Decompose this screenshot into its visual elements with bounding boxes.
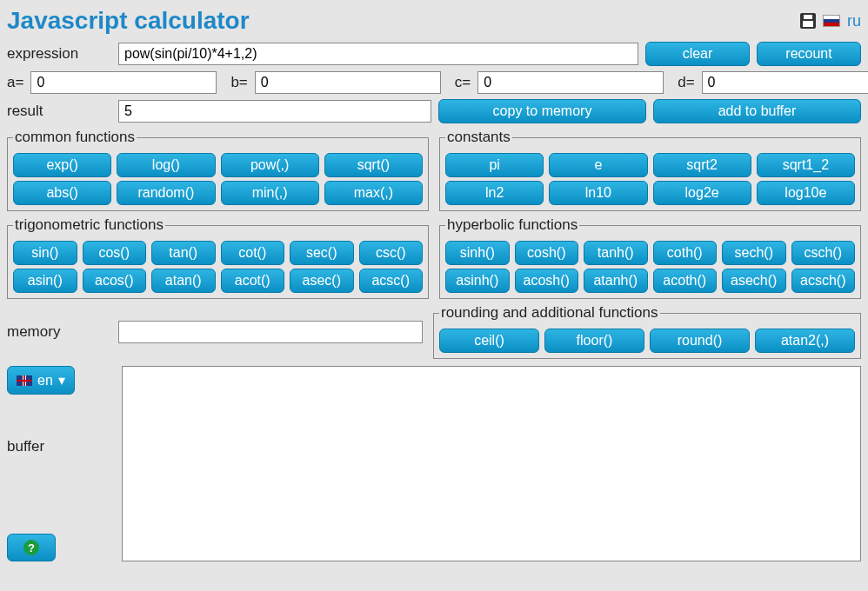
var-a-input[interactable] <box>30 71 217 94</box>
page-title: Javascript calculator <box>7 7 250 35</box>
fn-abs[interactable]: abs() <box>13 181 111 205</box>
fn-max[interactable]: max(,) <box>324 181 423 205</box>
fn-tan[interactable]: tan() <box>151 241 216 265</box>
const-ln10[interactable]: ln10 <box>549 181 647 205</box>
fn-asin[interactable]: asin() <box>13 269 77 293</box>
fn-sin[interactable]: sin() <box>13 241 77 265</box>
memory-label: memory <box>7 323 111 341</box>
buffer-label: buffer <box>7 438 115 455</box>
fn-atan2[interactable]: atan2(,) <box>755 329 855 353</box>
help-icon: ? <box>23 540 39 555</box>
fn-exp[interactable]: exp() <box>13 153 111 177</box>
constants-legend: constants <box>445 129 512 146</box>
fn-sqrt[interactable]: sqrt() <box>324 153 423 177</box>
trig-legend: trigonometric functions <box>13 216 165 234</box>
result-output[interactable] <box>118 100 431 123</box>
lang-selected: en <box>37 373 53 388</box>
var-b-input[interactable] <box>255 71 441 94</box>
fn-cos[interactable]: cos() <box>83 241 147 265</box>
save-icon[interactable] <box>800 13 816 29</box>
fn-log[interactable]: log() <box>117 153 215 177</box>
expression-label: expression <box>7 45 111 63</box>
fn-acsc[interactable]: acsc() <box>359 269 424 293</box>
result-label: result <box>7 103 111 120</box>
var-b-label: b= <box>230 74 247 91</box>
fn-round[interactable]: round() <box>650 329 750 353</box>
fn-min[interactable]: min(,) <box>221 181 319 205</box>
copy-to-memory-button[interactable]: copy to memory <box>438 99 646 123</box>
recount-button[interactable]: recount <box>757 42 861 66</box>
var-c-label: c= <box>455 74 471 91</box>
fn-acot[interactable]: acot() <box>221 269 285 293</box>
flag-en-icon <box>17 375 32 386</box>
fn-acosh[interactable]: acosh() <box>515 269 579 293</box>
const-log10e[interactable]: log10e <box>757 181 855 205</box>
fn-atan[interactable]: atan() <box>151 269 216 293</box>
fn-sinh[interactable]: sinh() <box>445 241 510 265</box>
expression-input[interactable] <box>118 43 638 65</box>
fn-tanh[interactable]: tanh() <box>584 241 648 265</box>
fn-cot[interactable]: cot() <box>221 241 285 265</box>
hyper-legend: hyperbolic functions <box>445 216 579 234</box>
help-button[interactable]: ? <box>7 534 56 561</box>
hyper-functions-group: hyperbolic functions sinh() cosh() tanh(… <box>439 216 861 299</box>
fn-csch[interactable]: csch() <box>791 241 856 265</box>
const-e[interactable]: e <box>549 153 647 177</box>
var-a-label: a= <box>7 74 23 91</box>
common-functions-group: common functions exp() log() pow(,) sqrt… <box>7 129 429 211</box>
fn-asec[interactable]: asec() <box>290 269 354 293</box>
fn-floor[interactable]: floor() <box>544 329 644 353</box>
memory-input[interactable] <box>118 321 423 343</box>
fn-sec[interactable]: sec() <box>290 241 354 265</box>
fn-acos[interactable]: acos() <box>83 269 147 293</box>
fn-asinh[interactable]: asinh() <box>445 269 510 293</box>
lang-ru-link[interactable]: ru <box>847 12 861 30</box>
const-ln2[interactable]: ln2 <box>445 181 544 205</box>
fn-sech[interactable]: sech() <box>722 241 786 265</box>
fn-ceil[interactable]: ceil() <box>439 329 539 353</box>
fn-asech[interactable]: asech() <box>722 269 786 293</box>
const-sqrt2[interactable]: sqrt2 <box>653 153 751 177</box>
fn-acsch[interactable]: acsch() <box>791 269 856 293</box>
const-pi[interactable]: pi <box>445 153 544 177</box>
fn-random[interactable]: random() <box>117 181 215 205</box>
fn-pow[interactable]: pow(,) <box>221 153 319 177</box>
fn-coth[interactable]: coth() <box>653 241 718 265</box>
flag-ru-icon[interactable] <box>823 15 840 27</box>
add-to-buffer-button[interactable]: add to buffer <box>653 99 861 123</box>
var-d-input[interactable] <box>702 71 868 94</box>
chevron-down-icon: ▾ <box>58 372 65 388</box>
fn-cosh[interactable]: cosh() <box>515 241 579 265</box>
buffer-textarea[interactable] <box>122 366 861 561</box>
var-c-input[interactable] <box>477 71 664 94</box>
var-d-label: d= <box>678 74 694 91</box>
constants-group: constants pi e sqrt2 sqrt1_2 ln2 ln10 lo… <box>439 129 861 211</box>
fn-atanh[interactable]: atanh() <box>584 269 648 293</box>
const-sqrt1-2[interactable]: sqrt1_2 <box>757 153 855 177</box>
language-select[interactable]: en ▾ <box>7 366 75 395</box>
rounding-group: rounding and additional functions ceil()… <box>433 304 861 359</box>
clear-button[interactable]: clear <box>645 42 750 66</box>
rounding-legend: rounding and additional functions <box>439 304 660 322</box>
common-functions-legend: common functions <box>13 129 137 146</box>
fn-acoth[interactable]: acoth() <box>653 269 718 293</box>
const-log2e[interactable]: log2e <box>653 181 751 205</box>
fn-csc[interactable]: csc() <box>359 241 424 265</box>
trig-functions-group: trigonometric functions sin() cos() tan(… <box>7 216 429 299</box>
